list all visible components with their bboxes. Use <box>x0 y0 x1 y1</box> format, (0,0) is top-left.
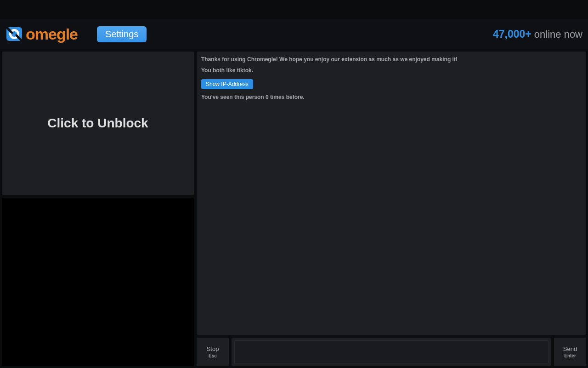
message-input[interactable] <box>234 340 548 363</box>
header: omegle Settings 47,000+ online now <box>0 19 588 49</box>
logo[interactable]: omegle <box>5 24 78 44</box>
stranger-video-panel[interactable]: Click to Unblock <box>2 52 194 195</box>
message-input-wrap <box>232 338 551 366</box>
logo-text: omegle <box>26 25 78 43</box>
chat-common-interests: You both like tiktok. <box>201 66 582 75</box>
stop-key-hint: Esc <box>209 353 217 358</box>
video-column: Click to Unblock <box>2 52 194 366</box>
send-key-hint: Enter <box>564 353 576 358</box>
send-button[interactable]: Send Enter <box>554 338 586 366</box>
send-label: Send <box>563 345 577 352</box>
omegle-logo-icon <box>5 24 24 44</box>
show-ip-button[interactable]: Show IP-Address <box>201 79 253 89</box>
chat-welcome-message: Thanks for using Chromegle! We hope you … <box>201 55 582 63</box>
top-bar <box>0 0 588 19</box>
chat-log: Thanks for using Chromegle! We hope you … <box>197 52 586 335</box>
self-video-panel[interactable] <box>2 198 194 366</box>
stop-label: Stop <box>207 345 219 352</box>
input-row: Stop Esc Send Enter <box>197 338 586 366</box>
online-suffix: online now <box>534 29 582 40</box>
unblock-label: Click to Unblock <box>47 116 148 131</box>
chat-column: Thanks for using Chromegle! We hope you … <box>197 52 586 366</box>
online-number: 47,000+ <box>493 28 531 40</box>
main: Click to Unblock Thanks for using Chrome… <box>0 49 588 368</box>
settings-button[interactable]: Settings <box>97 26 147 42</box>
chat-seen-before: You've seen this person 0 times before. <box>201 93 582 101</box>
online-count: 47,000+ online now <box>493 28 582 40</box>
stop-button[interactable]: Stop Esc <box>197 338 229 366</box>
